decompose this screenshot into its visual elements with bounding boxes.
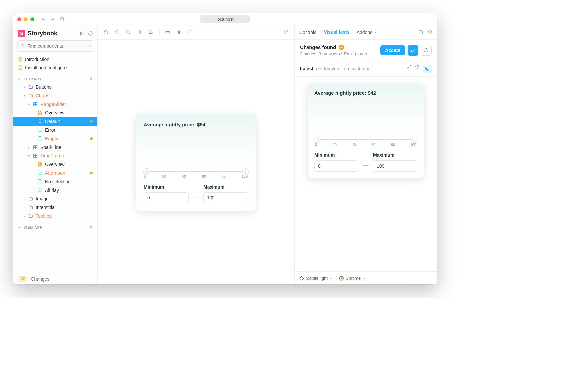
- tree-story[interactable]: Default: [13, 117, 97, 126]
- rerun-button[interactable]: [101, 27, 111, 37]
- sidebar-footer[interactable]: 12 Changes: [13, 273, 97, 284]
- svg-rect-25: [427, 68, 429, 71]
- doc-icon: [18, 65, 23, 70]
- chevron-down-icon: [363, 277, 366, 280]
- tree-section-header[interactable]: LIBRARY⇅: [13, 72, 97, 83]
- search-shortcut: /: [89, 44, 90, 49]
- tree-story[interactable]: Empty: [13, 134, 97, 143]
- svg-rect-11: [36, 154, 37, 156]
- changes-subtitle: 3 modes, 3 browsers • Ran 1m ago: [300, 51, 367, 56]
- slider-track[interactable]: || ||: [144, 171, 248, 172]
- svg-rect-9: [36, 148, 37, 149]
- mode-selector[interactable]: Mobile light: [299, 276, 333, 281]
- browser-window: localhost Storybook / IntroductionInstal…: [13, 13, 437, 284]
- svg-rect-20: [189, 31, 192, 34]
- min-label: Minimum: [144, 184, 189, 190]
- swap-icon[interactable]: [407, 65, 412, 73]
- changes-status-icon: –: [339, 45, 344, 50]
- back-button[interactable]: [41, 17, 46, 22]
- grid-button[interactable]: [174, 27, 184, 37]
- settings-icon[interactable]: [88, 31, 93, 36]
- svg-rect-8: [34, 148, 35, 149]
- folder-icon: [28, 85, 33, 89]
- slider-handle-max[interactable]: ||: [243, 168, 249, 174]
- max-input[interactable]: [203, 192, 248, 203]
- diff-overlay-icon[interactable]: [423, 65, 432, 73]
- svg-rect-10: [34, 154, 35, 156]
- tree-component[interactable]: SparkLine: [13, 143, 97, 152]
- tree-component[interactable]: TimeFrame: [13, 152, 97, 160]
- tree-folder[interactable]: Interstitial: [13, 203, 97, 212]
- changes-label: Changes: [31, 276, 49, 282]
- panel-bottom-icon[interactable]: [418, 30, 423, 35]
- folder-icon: [28, 214, 33, 218]
- tree-story[interactable]: Error: [13, 126, 97, 134]
- tree-section-header[interactable]: WEB APP⇅: [13, 220, 97, 231]
- tree: IntroductionInstall and configureLIBRARY…: [13, 55, 97, 273]
- doc-icon: [38, 162, 42, 167]
- tab-controls[interactable]: Controls: [299, 26, 316, 39]
- storybook-logo[interactable]: Storybook: [18, 30, 57, 37]
- tab-addons[interactable]: Addons: [357, 26, 377, 39]
- slider-handle-max[interactable]: ||: [411, 137, 417, 143]
- tree-folder[interactable]: Buttons: [13, 83, 97, 91]
- status-dot: [90, 137, 93, 140]
- zoom-reset-button[interactable]: [135, 27, 145, 37]
- search-input[interactable]: [17, 40, 93, 52]
- svg-rect-13: [36, 156, 37, 158]
- tree-folder[interactable]: Charts: [13, 91, 97, 100]
- zoom-out-button[interactable]: [123, 27, 133, 37]
- play-button[interactable]: [79, 31, 84, 36]
- tree-story[interactable]: No selection: [13, 177, 97, 186]
- titlebar: localhost: [13, 13, 437, 25]
- maximize-window-icon[interactable]: [30, 17, 34, 21]
- open-in-new-button[interactable]: [281, 27, 291, 37]
- story-icon: [38, 128, 42, 132]
- tree-folder[interactable]: Tooltips: [13, 212, 97, 220]
- minimize-window-icon[interactable]: [24, 17, 28, 21]
- component-icon: [33, 102, 38, 107]
- batch-accept-button[interactable]: [408, 45, 418, 56]
- measure-button[interactable]: [163, 27, 173, 37]
- histogram-current: [144, 133, 248, 170]
- tab-visual-tests[interactable]: Visual tests: [324, 25, 350, 39]
- tree-doc[interactable]: Introduction: [13, 55, 97, 64]
- svg-rect-2: [34, 103, 35, 104]
- slider-track[interactable]: || ||: [315, 139, 416, 140]
- min-input[interactable]: [314, 160, 358, 172]
- close-panel-icon[interactable]: [428, 30, 432, 35]
- max-label: Maximum: [203, 184, 248, 190]
- range-dash: —: [193, 194, 199, 200]
- min-input[interactable]: [144, 192, 189, 203]
- tree-story[interactable]: Afternoon: [13, 169, 97, 177]
- zoom-in-button[interactable]: [112, 27, 122, 37]
- svg-rect-5: [36, 105, 37, 106]
- range-slider-card-current: Average nightly price: $54 || || 0204060…: [136, 114, 256, 211]
- tree-component[interactable]: RangeSlider: [13, 100, 97, 109]
- max-input[interactable]: [373, 160, 417, 172]
- status-dot: [90, 172, 93, 174]
- browser-selector[interactable]: Chrome: [339, 276, 366, 281]
- slider-handle-min[interactable]: ||: [143, 168, 149, 174]
- focus-icon[interactable]: [415, 65, 420, 73]
- svg-rect-12: [34, 156, 35, 158]
- close-window-icon[interactable]: [17, 17, 21, 21]
- url-bar[interactable]: localhost: [200, 15, 250, 23]
- forward-button[interactable]: [50, 17, 55, 22]
- changes-count-badge: 12: [18, 276, 27, 282]
- rerun-tests-button[interactable]: [421, 45, 432, 56]
- chevron-down-icon: [330, 277, 333, 280]
- tree-doc[interactable]: Install and configure: [13, 64, 97, 72]
- tree-doc[interactable]: Overview: [13, 160, 97, 169]
- slider-handle-min[interactable]: ||: [314, 137, 320, 143]
- status-dot: [90, 120, 93, 123]
- tree-folder[interactable]: Image: [13, 195, 97, 203]
- reload-button[interactable]: [60, 17, 64, 22]
- tree-doc[interactable]: Overview: [13, 109, 97, 117]
- component-icon: [33, 153, 38, 158]
- viewport-button[interactable]: [146, 27, 156, 37]
- tree-story[interactable]: All day: [13, 186, 97, 195]
- card-title: Average nightly price: $54: [144, 122, 248, 127]
- accept-button[interactable]: Accept: [380, 45, 405, 55]
- outline-button[interactable]: [185, 27, 195, 37]
